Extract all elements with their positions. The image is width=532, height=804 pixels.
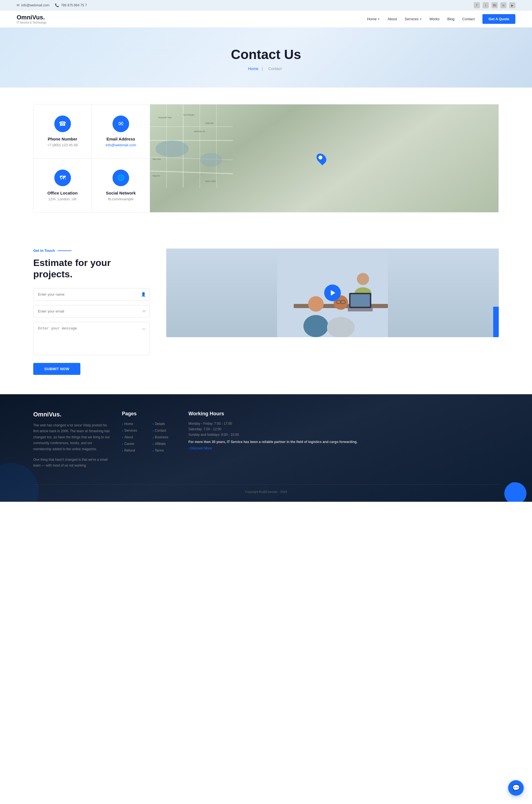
footer-link-about[interactable]: About [122, 435, 147, 439]
hero-banner: Contact Us Home | Contact [0, 27, 532, 88]
name-field-wrapper: 👤 [33, 288, 150, 301]
svg-point-21 [327, 317, 355, 337]
message-input[interactable] [33, 322, 150, 355]
dribbble-icon[interactable]: Bb [492, 2, 498, 8]
email-icon: ✉ [17, 3, 19, 7]
play-button[interactable] [324, 285, 341, 301]
top-bar: ✉ info@webmail.com 📞 786 875 864 75 7 f … [0, 0, 532, 11]
edit-icon: ✏ [142, 327, 146, 331]
email-card: ✉ Email Address info@webmail.com [92, 104, 150, 158]
email-input[interactable] [33, 305, 150, 318]
svg-rect-26 [350, 294, 370, 307]
svg-point-8 [155, 140, 189, 157]
nav-links: Home + About Services + Works Blog Conta… [367, 14, 515, 24]
phone-card-value: +7 (800) 123 45 69 [39, 143, 86, 147]
social-icons: f t Bb in ▶ [474, 2, 515, 8]
footer-hours-title: Working Hours [188, 411, 499, 417]
top-bar-contact: ✉ info@webmail.com 📞 786 875 864 75 7 [17, 3, 87, 7]
message-field-wrapper: ✏ [33, 322, 150, 356]
user-icon: 👤 [141, 292, 146, 296]
twitter-icon[interactable]: t [483, 2, 489, 8]
svg-text:New York: New York [153, 158, 161, 160]
submit-button[interactable]: Submit Now [33, 363, 80, 375]
location-card: 🗺 Office Location 12/A, London, UK [34, 158, 92, 212]
nav-home[interactable]: Home + [367, 17, 380, 21]
hours-row-1: Monday - Friday: 7:00 - 17:00 [188, 422, 499, 425]
blue-accent-bar [493, 307, 499, 337]
social-card-value: fb.com/example [97, 197, 144, 201]
footer-desc-1: The web has changed a lot since Vitaly p… [33, 422, 111, 453]
footer-circle-1 [0, 463, 39, 502]
phone-info: 📞 786 875 864 75 7 [55, 3, 87, 7]
linkedin-icon[interactable]: in [500, 2, 507, 8]
estimate-inner: Get In Touch Estimate for your projects.… [33, 249, 499, 375]
svg-text:MANHATTAN: MANHATTAN [158, 116, 172, 119]
nav-blog[interactable]: Blog [447, 17, 454, 21]
nav-about[interactable]: About [388, 17, 397, 21]
breadcrumb-current: Contact [268, 66, 282, 71]
email-card-title: Email Address [97, 137, 144, 141]
location-card-title: Office Location [39, 191, 86, 195]
footer-link-details[interactable]: Details [152, 422, 177, 426]
logo: OmniVus. IT Service & Technology [17, 14, 46, 24]
youtube-icon[interactable]: ▶ [509, 2, 515, 8]
estimate-image-col [166, 249, 499, 337]
location-card-icon: 🗺 [54, 170, 71, 186]
svg-text:North Bergen: North Bergen [183, 114, 195, 116]
svg-point-9 [200, 153, 222, 167]
contact-section: ☎ Phone Number +7 (800) 123 45 69 ✉ Emai… [0, 88, 532, 229]
svg-point-24 [357, 273, 369, 285]
footer-desc-2: One thing that hasn't changed is that we… [33, 457, 111, 469]
social-card-title: Social Network [97, 191, 144, 195]
footer-link-business[interactable]: Business [152, 435, 177, 439]
estimate-title: Estimate for your projects. [33, 257, 150, 280]
footer-cols: OmniVus. The web has changed a lot since… [33, 411, 499, 473]
get-quote-button[interactable]: Get A Quote [482, 14, 515, 24]
nav-works[interactable]: Works [430, 17, 440, 21]
image-box [166, 249, 499, 337]
breadcrumb-home[interactable]: Home [248, 66, 258, 71]
nav-contact[interactable]: Contact [462, 17, 475, 21]
map-placeholder: MANHATTAN BROOKLYN New York North Bergen… [150, 104, 498, 212]
footer-link-contact[interactable]: Contact [152, 428, 177, 433]
svg-text:NEW YORK: NEW YORK [205, 180, 216, 182]
location-card-value: 12/A, London, UK [39, 197, 86, 201]
contact-grid: ☎ Phone Number +7 (800) 123 45 69 ✉ Emai… [33, 104, 499, 212]
footer-link-refund[interactable]: Refund [122, 448, 147, 453]
footer-link-home[interactable]: Home [122, 422, 147, 426]
mail-icon: ✉ [142, 309, 146, 313]
hours-row-3: Sunday and holidays: 8:00 - 10:00 [188, 433, 499, 437]
social-card: 🌐 Social Network fb.com/example [92, 158, 150, 212]
discover-link[interactable]: › Discover More [188, 446, 212, 450]
footer-logo: OmniVus. [33, 411, 111, 418]
hours-note: For more then 30 years, IT Service has b… [188, 440, 499, 444]
svg-text:BROOKLYN: BROOKLYN [194, 131, 205, 132]
phone-card: ☎ Phone Number +7 (800) 123 45 69 [34, 104, 92, 158]
page-title: Contact Us [5, 47, 527, 62]
section-tag: Get In Touch [33, 249, 150, 253]
svg-line-3 [150, 171, 233, 174]
svg-text:HARLEM: HARLEM [205, 122, 213, 124]
facebook-icon[interactable]: f [474, 2, 480, 8]
estimate-form-col: Get In Touch Estimate for your projects.… [33, 249, 150, 375]
svg-rect-27 [348, 308, 373, 311]
contact-cards: ☎ Phone Number +7 (800) 123 45 69 ✉ Emai… [34, 104, 150, 212]
footer-link-career[interactable]: Career [122, 442, 147, 446]
footer: OmniVus. The web has changed a lot since… [0, 394, 532, 502]
email-link[interactable]: info@webmail.com [106, 143, 136, 147]
name-input[interactable] [33, 288, 150, 301]
footer-hours-col: Working Hours Monday - Friday: 7:00 - 17… [188, 411, 499, 473]
email-card-icon: ✉ [113, 116, 129, 132]
footer-pages-title: Pages [122, 411, 177, 417]
footer-links-grid: Home Details Services Contact About Busi… [122, 422, 177, 453]
svg-point-19 [303, 315, 328, 337]
footer-link-affiliate[interactable]: Affiliate [152, 442, 177, 446]
footer-link-services[interactable]: Services [122, 428, 147, 433]
people-scene [166, 249, 499, 337]
breadcrumb-separator: | [262, 66, 263, 71]
nav-services[interactable]: Services + [405, 17, 422, 21]
breadcrumb: Home | Contact [5, 66, 527, 71]
social-card-icon: 🌐 [113, 170, 129, 186]
footer-link-terms[interactable]: Terms [152, 448, 177, 453]
phone-icon: 📞 [55, 3, 59, 7]
